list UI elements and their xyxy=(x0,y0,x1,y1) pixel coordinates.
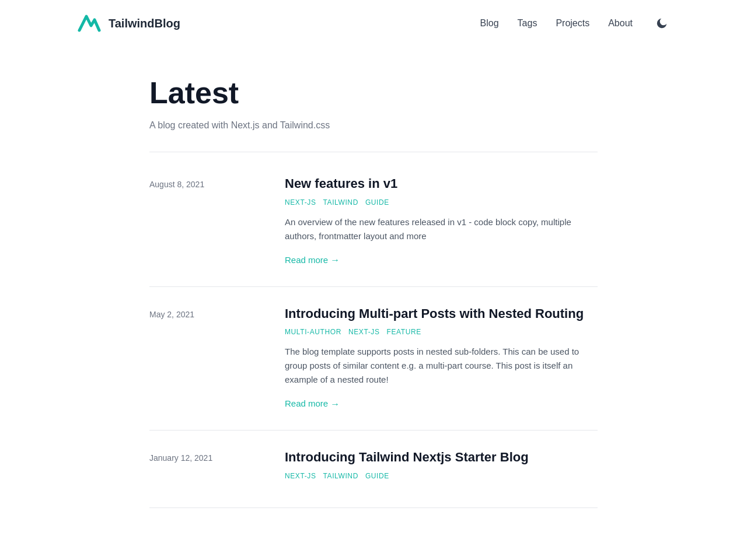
post-tags: NEXT-JS TAILWIND GUIDE xyxy=(285,471,598,482)
post-tags: NEXT-JS TAILWIND GUIDE xyxy=(285,197,598,208)
post-title: Introducing Tailwind Nextjs Starter Blog xyxy=(285,449,598,466)
read-more-text: Read more xyxy=(285,397,328,411)
tag[interactable]: NEXT-JS xyxy=(348,327,380,338)
post-content: New features in v1 NEXT-JS TAILWIND GUID… xyxy=(285,176,598,268)
post-date: August 8, 2021 xyxy=(149,176,266,268)
post-title-link[interactable]: Introducing Tailwind Nextjs Starter Blog xyxy=(285,450,529,464)
tag[interactable]: NEXT-JS xyxy=(285,471,316,482)
arrow-icon: → xyxy=(330,253,340,268)
nav-blog[interactable]: Blog xyxy=(480,16,499,31)
site-logo[interactable]: TailwindBlog xyxy=(75,9,180,37)
tag[interactable]: GUIDE xyxy=(365,471,389,482)
post-tags: MULTI-AUTHOR NEXT-JS FEATURE xyxy=(285,327,598,338)
site-header: TailwindBlog Blog Tags Projects About xyxy=(0,0,747,47)
tag[interactable]: TAILWIND xyxy=(323,471,358,482)
page-header: Latest A blog created with Next.js and T… xyxy=(149,75,598,133)
post-description: The blog template supports posts in nest… xyxy=(285,345,598,387)
page-title: Latest xyxy=(149,75,598,111)
arrow-icon: → xyxy=(330,397,340,412)
main-nav: Blog Tags Projects About xyxy=(480,13,672,34)
read-more-link[interactable]: Read more → xyxy=(285,397,340,412)
nav-projects[interactable]: Projects xyxy=(556,16,589,31)
logo-icon xyxy=(75,9,103,37)
post-content: Introducing Tailwind Nextjs Starter Blog… xyxy=(285,449,598,489)
moon-icon xyxy=(655,17,668,30)
read-more-text: Read more xyxy=(285,253,328,267)
nav-about[interactable]: About xyxy=(608,16,633,31)
post-title: Introducing Multi-part Posts with Nested… xyxy=(285,306,598,323)
post-content: Introducing Multi-part Posts with Nested… xyxy=(285,306,598,412)
read-more-link[interactable]: Read more → xyxy=(285,253,340,268)
tag[interactable]: FEATURE xyxy=(387,327,421,338)
post-date: January 12, 2021 xyxy=(149,449,266,489)
post-description: An overview of the new features released… xyxy=(285,215,598,243)
tag[interactable]: TAILWIND xyxy=(323,197,358,208)
post-title-link[interactable]: New features in v1 xyxy=(285,176,397,191)
post-item: August 8, 2021 New features in v1 NEXT-J… xyxy=(149,157,598,287)
post-title: New features in v1 xyxy=(285,176,598,192)
tag[interactable]: MULTI-AUTHOR xyxy=(285,327,341,338)
post-list: August 8, 2021 New features in v1 NEXT-J… xyxy=(149,157,598,508)
post-title-link[interactable]: Introducing Multi-part Posts with Nested… xyxy=(285,306,584,321)
dark-mode-toggle[interactable] xyxy=(651,13,672,34)
post-item: January 12, 2021 Introducing Tailwind Ne… xyxy=(149,430,598,508)
logo-text: TailwindBlog xyxy=(109,14,180,33)
post-item: May 2, 2021 Introducing Multi-part Posts… xyxy=(149,287,598,431)
main-content: Latest A blog created with Next.js and T… xyxy=(75,47,672,536)
tag[interactable]: NEXT-JS xyxy=(285,197,316,208)
post-date: May 2, 2021 xyxy=(149,306,266,412)
nav-tags[interactable]: Tags xyxy=(518,16,537,31)
page-subtitle: A blog created with Next.js and Tailwind… xyxy=(149,118,598,133)
tag[interactable]: GUIDE xyxy=(365,197,389,208)
header-divider xyxy=(149,152,598,152)
